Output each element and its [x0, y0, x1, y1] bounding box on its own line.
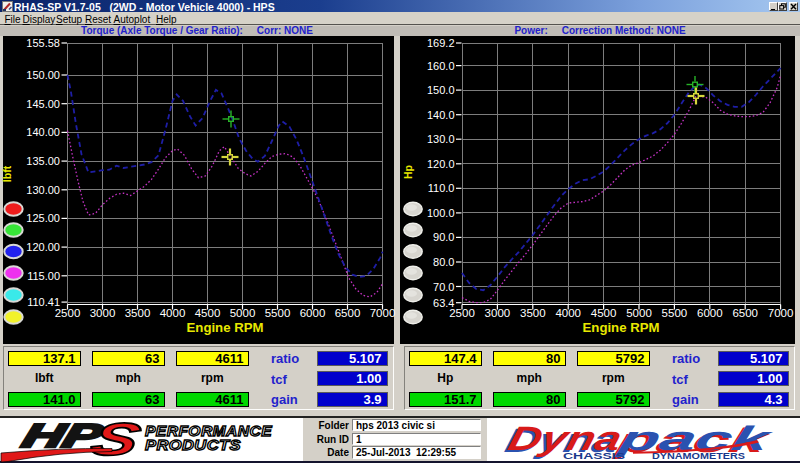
svg-text:5500: 5500 — [265, 307, 291, 319]
svg-text:150.00: 150.00 — [26, 69, 60, 81]
svg-text:7000: 7000 — [768, 307, 794, 319]
svg-text:Engine RPM: Engine RPM — [187, 320, 264, 335]
svg-text:125.00: 125.00 — [26, 212, 60, 224]
svg-text:6500: 6500 — [335, 307, 361, 319]
svg-text:3500: 3500 — [520, 307, 546, 319]
svg-text:6000: 6000 — [697, 307, 723, 319]
svg-text:5000: 5000 — [230, 307, 256, 319]
svg-text:110.0: 110.0 — [428, 182, 455, 194]
svg-text:3500: 3500 — [125, 307, 151, 319]
svg-text:120.0: 120.0 — [427, 158, 455, 170]
svg-text:130.00: 130.00 — [26, 184, 60, 196]
svg-text:lbft: lbft — [1, 165, 13, 182]
svg-text:140.0: 140.0 — [427, 109, 455, 121]
svg-text:Engine RPM: Engine RPM — [583, 320, 660, 335]
svg-text:7000: 7000 — [370, 307, 396, 319]
svg-text:130.0: 130.0 — [427, 133, 455, 145]
svg-text:4000: 4000 — [555, 307, 581, 319]
svg-text:6000: 6000 — [300, 307, 326, 319]
svg-text:120.00: 120.00 — [26, 241, 60, 253]
svg-text:4000: 4000 — [160, 307, 186, 319]
svg-text:2500: 2500 — [55, 307, 81, 319]
svg-text:5000: 5000 — [626, 307, 652, 319]
svg-text:4500: 4500 — [591, 307, 617, 319]
svg-text:3000: 3000 — [485, 307, 511, 319]
svg-text:150.0: 150.0 — [427, 84, 455, 96]
svg-text:145.00: 145.00 — [26, 98, 60, 110]
svg-text:6500: 6500 — [732, 307, 758, 319]
svg-text:90.0: 90.0 — [433, 231, 454, 243]
svg-text:Hp: Hp — [402, 165, 414, 179]
svg-text:5500: 5500 — [662, 307, 688, 319]
svg-text:80.0: 80.0 — [433, 256, 454, 268]
svg-text:135.00: 135.00 — [26, 155, 60, 167]
svg-text:169.2: 169.2 — [427, 37, 455, 49]
svg-text:100.0: 100.0 — [427, 207, 455, 219]
svg-text:160.0: 160.0 — [427, 60, 455, 72]
svg-text:2500: 2500 — [449, 307, 475, 319]
svg-text:155.58: 155.58 — [26, 37, 60, 49]
svg-text:3000: 3000 — [90, 307, 116, 319]
svg-text:4500: 4500 — [195, 307, 221, 319]
svg-text:115.00: 115.00 — [27, 270, 60, 282]
svg-text:140.00: 140.00 — [26, 126, 60, 138]
svg-text:70.0: 70.0 — [433, 281, 454, 293]
